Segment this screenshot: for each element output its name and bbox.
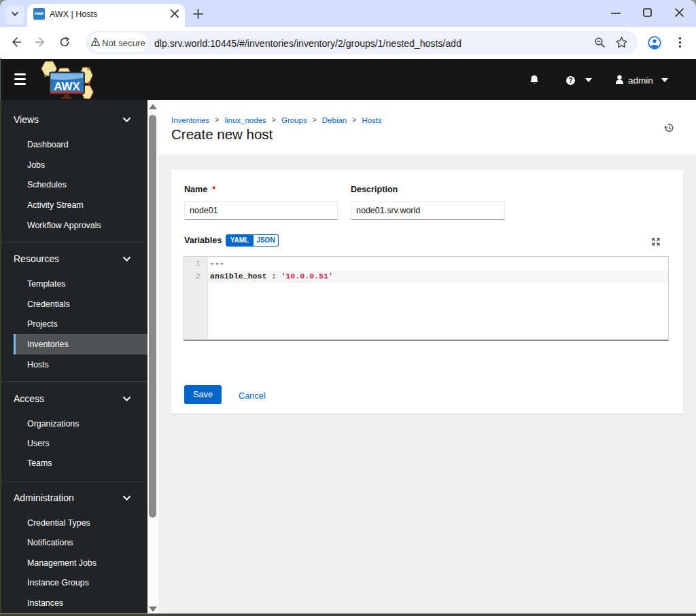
svg-text:AWX: AWX (54, 80, 80, 93)
svg-text:?: ? (568, 77, 572, 84)
